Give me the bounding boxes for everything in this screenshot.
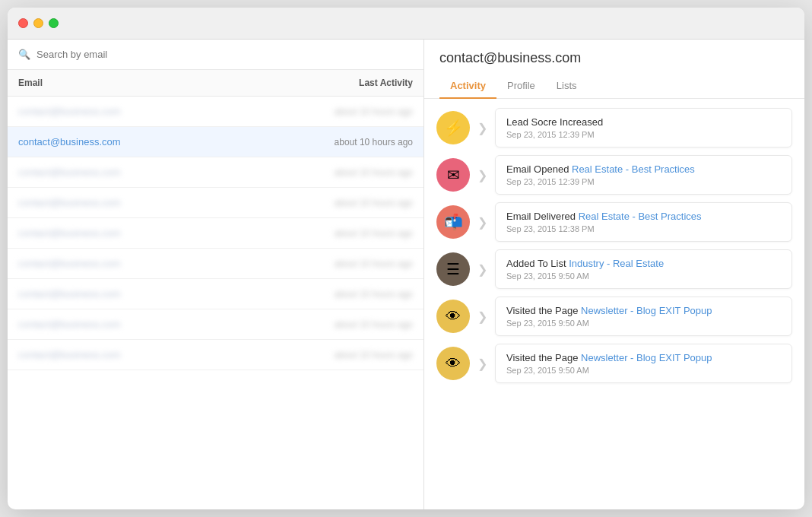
activity-title: Email Delivered Real Estate - Best Pract… (506, 211, 781, 222)
list-icon: ☰ (436, 252, 470, 286)
contact-row[interactable]: contact@business.comabout 10 hours ago (8, 157, 423, 188)
tab-activity[interactable]: Activity (439, 74, 496, 99)
contact-email-cell: contact@business.com (18, 227, 335, 239)
column-header-email: Email (18, 78, 359, 88)
activity-time: Sep 23, 2015 12:39 PM (506, 130, 781, 139)
activity-title: Lead Socre Increased (506, 116, 781, 128)
search-input[interactable] (36, 49, 413, 60)
activity-item: 📬❯Email Delivered Real Estate - Best Pra… (436, 202, 792, 242)
activity-link[interactable]: Newsletter - Blog EXIT Popup (581, 352, 712, 363)
activity-card[interactable]: Added To List Industry - Real EstateSep … (495, 249, 792, 289)
contact-row[interactable]: contact@business.comabout 10 hours ago (8, 97, 423, 127)
chevron-icon: ❯ (477, 215, 487, 230)
activity-card[interactable]: Visited the Page Newsletter - Blog EXIT … (495, 297, 792, 336)
search-icon: 🔍 (18, 49, 30, 60)
tab-lists[interactable]: Lists (546, 74, 588, 99)
activity-item: 👁❯Visited the Page Newsletter - Blog EXI… (436, 297, 792, 336)
contact-email-cell: contact@business.com (18, 106, 335, 117)
tabs: ActivityProfileLists (439, 74, 789, 98)
activity-list: ⚡❯Lead Socre IncreasedSep 23, 2015 12:39… (424, 99, 804, 509)
left-panel: 🔍 Email Last Activity contact@business.c… (8, 40, 424, 509)
contact-email-cell: contact@business.com (18, 288, 335, 300)
contact-row[interactable]: contact@business.comabout 10 hours ago (8, 340, 423, 370)
eye-icon: 👁 (436, 300, 470, 333)
activity-time: Sep 23, 2015 12:39 PM (506, 177, 781, 186)
activity-link[interactable]: Newsletter - Blog EXIT Popup (581, 305, 712, 316)
activity-link[interactable]: Industry - Real Estate (569, 258, 664, 269)
lightning-icon: ⚡ (436, 111, 470, 144)
chevron-icon: ❯ (477, 357, 487, 371)
list-header: Email Last Activity (8, 70, 423, 97)
contact-time-cell: about 10 hours ago (335, 228, 413, 239)
activity-title: Visited the Page Newsletter - Blog EXIT … (506, 352, 781, 363)
chevron-icon: ❯ (477, 168, 487, 182)
contact-row[interactable]: contact@business.comabout 10 hours ago (8, 188, 423, 218)
activity-title: Added To List Industry - Real Estate (506, 258, 781, 269)
activity-card[interactable]: Email Opened Real Estate - Best Practice… (495, 155, 792, 195)
contact-email-cell: contact@business.com (18, 167, 335, 178)
contact-row[interactable]: contact@business.comabout 10 hours ago (8, 249, 423, 279)
search-bar: 🔍 (8, 40, 423, 70)
activity-title: Email Opened Real Estate - Best Practice… (506, 163, 781, 175)
activity-item: ☰❯Added To List Industry - Real EstateSe… (436, 249, 792, 289)
activity-item: ✉❯Email Opened Real Estate - Best Practi… (436, 155, 792, 195)
contact-time-cell: about 10 hours ago (335, 319, 413, 330)
maximize-button[interactable] (49, 18, 59, 28)
activity-time: Sep 23, 2015 9:50 AM (506, 366, 781, 375)
contact-time-cell: about 10 hours ago (335, 258, 413, 269)
activity-link[interactable]: Real Estate - Best Practices (579, 211, 702, 222)
minimize-button[interactable] (33, 18, 43, 28)
contact-email-cell: contact@business.com (18, 136, 335, 147)
activity-item: 👁❯Visited the Page Newsletter - Blog EXI… (436, 344, 792, 383)
titlebar (8, 8, 804, 40)
activity-item: ⚡❯Lead Socre IncreasedSep 23, 2015 12:39… (436, 108, 792, 147)
app-window: 🔍 Email Last Activity contact@business.c… (8, 8, 804, 509)
contact-email-cell: contact@business.com (18, 319, 335, 330)
right-panel: contact@business.com ActivityProfileList… (424, 40, 804, 509)
column-header-activity: Last Activity (359, 78, 413, 88)
mail-icon: ✉ (436, 158, 470, 192)
contact-row[interactable]: contact@business.comabout 10 hours ago (8, 127, 423, 157)
chevron-icon: ❯ (477, 262, 487, 277)
tab-profile[interactable]: Profile (496, 74, 546, 99)
contact-list: contact@business.comabout 10 hours agoco… (8, 97, 423, 509)
contact-email-cell: contact@business.com (18, 258, 335, 269)
chevron-icon: ❯ (477, 309, 487, 324)
close-button[interactable] (18, 18, 28, 28)
activity-card[interactable]: Email Delivered Real Estate - Best Pract… (495, 202, 792, 242)
eye-icon: 👁 (436, 347, 470, 380)
chevron-icon: ❯ (477, 121, 487, 135)
mailbox-icon: 📬 (436, 205, 470, 239)
contact-time-cell: about 10 hours ago (335, 198, 413, 208)
contact-time-cell: about 10 hours ago (335, 137, 413, 147)
main-content: 🔍 Email Last Activity contact@business.c… (8, 40, 804, 509)
contact-row[interactable]: contact@business.comabout 10 hours ago (8, 309, 423, 340)
contact-email-cell: contact@business.com (18, 349, 335, 360)
contact-time-cell: about 10 hours ago (335, 167, 413, 178)
activity-time: Sep 23, 2015 12:38 PM (506, 224, 781, 233)
contact-email-title: contact@business.com (439, 50, 789, 66)
right-header: contact@business.com ActivityProfileList… (424, 40, 804, 99)
contact-time-cell: about 10 hours ago (335, 289, 413, 300)
activity-time: Sep 23, 2015 9:50 AM (506, 319, 781, 328)
contact-email-cell: contact@business.com (18, 197, 335, 208)
contact-time-cell: about 10 hours ago (335, 350, 413, 360)
activity-card[interactable]: Visited the Page Newsletter - Blog EXIT … (495, 344, 792, 383)
activity-card[interactable]: Lead Socre IncreasedSep 23, 2015 12:39 P… (495, 108, 792, 147)
contact-time-cell: about 10 hours ago (335, 106, 413, 117)
activity-title: Visited the Page Newsletter - Blog EXIT … (506, 305, 781, 316)
contact-row[interactable]: contact@business.comabout 10 hours ago (8, 279, 423, 309)
contact-row[interactable]: contact@business.comabout 10 hours ago (8, 218, 423, 249)
traffic-lights (18, 18, 59, 28)
activity-time: Sep 23, 2015 9:50 AM (506, 271, 781, 281)
activity-link[interactable]: Real Estate - Best Practices (572, 163, 695, 175)
